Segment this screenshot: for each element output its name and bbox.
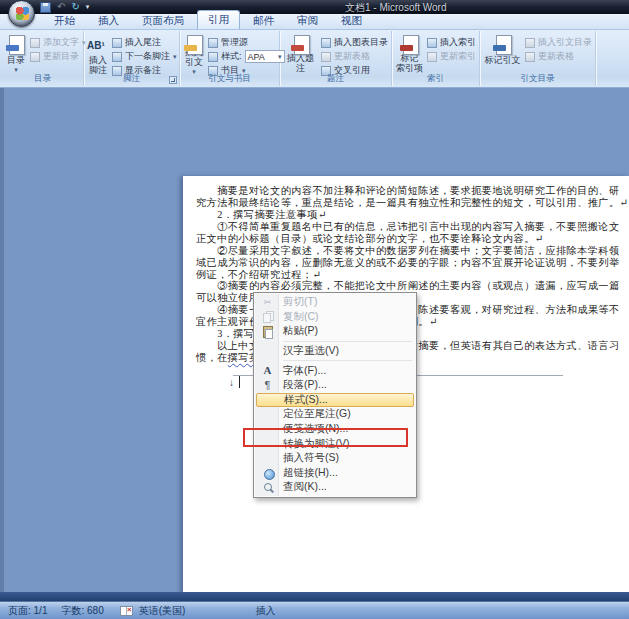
insert-endnote-icon bbox=[112, 38, 122, 48]
tab-home[interactable]: 开始 bbox=[44, 12, 85, 29]
menu-item-paragraph[interactable]: 段落(P)... bbox=[255, 378, 415, 393]
menu-item-label: 定位至尾注(G) bbox=[283, 407, 351, 421]
toc-button-icon bbox=[5, 35, 27, 55]
word-count[interactable]: 字数: 680 bbox=[61, 604, 103, 618]
menu-item-label: 段落(P)... bbox=[283, 378, 327, 392]
menu-item-cut[interactable]: 剪切(T) bbox=[255, 295, 415, 310]
menu-item-hyperlink[interactable]: 超链接(H)... bbox=[255, 466, 415, 481]
menu-item-label: 复制(C) bbox=[283, 310, 319, 324]
font-icon bbox=[259, 364, 276, 376]
ribbon-group-table-of-authorities: 标记引文插入引文目录更新表格引文目录 bbox=[480, 31, 596, 86]
red-annotation-box bbox=[243, 428, 408, 447]
menu-item-label: 查阅(K)... bbox=[283, 480, 327, 494]
menu-item-paste[interactable]: 粘贴(P) bbox=[255, 324, 415, 339]
ribbon-group-footnotes: AB¹插入脚注插入尾注下一条脚注▾显示备注脚注 bbox=[84, 31, 180, 86]
menu-item-go-to-endnote[interactable]: 定位至尾注(G) bbox=[255, 407, 415, 422]
manage-sources-label: 管理源 bbox=[221, 36, 248, 49]
menu-item-copy[interactable]: 复制(C) bbox=[255, 310, 415, 325]
language-indicator[interactable]: 英语(美国) bbox=[139, 604, 186, 618]
update-citation-table-label: 更新表格 bbox=[538, 50, 574, 63]
insert-endnote[interactable]: 插入尾注 bbox=[112, 36, 177, 49]
mark-citation-button-label: 标记引文 bbox=[485, 56, 521, 66]
quick-access-toolbar: ↶ ↻ ▾ bbox=[40, 1, 89, 13]
insert-citation-button[interactable]: 插入引文▾ bbox=[183, 33, 205, 74]
menu-separator bbox=[283, 341, 412, 342]
menu-item-label: 超链接(H)... bbox=[283, 466, 338, 480]
proofing-status-icon[interactable] bbox=[120, 606, 133, 616]
update-table-icon bbox=[321, 52, 331, 62]
menu-item-style[interactable]: 样式(S)... bbox=[256, 393, 414, 408]
redo-icon[interactable]: ↻ bbox=[71, 2, 79, 12]
update-index-label: 更新索引 bbox=[440, 50, 476, 63]
update-toc-icon bbox=[30, 52, 40, 62]
insert-footnote-button[interactable]: AB¹插入脚注 bbox=[87, 33, 109, 74]
undo-icon[interactable]: ↶ bbox=[57, 2, 65, 12]
manage-sources[interactable]: 管理源 bbox=[208, 36, 285, 49]
update-index[interactable]: 更新索引 bbox=[427, 50, 476, 63]
insert-footnote-button-icon: AB¹ bbox=[87, 35, 109, 55]
menu-item-insert-symbol[interactable]: 插入符号(S) bbox=[255, 451, 415, 466]
chevron-down-icon: ▾ bbox=[173, 53, 177, 61]
menu-item-label: 汉字重选(V) bbox=[283, 344, 339, 358]
mark-citation-button[interactable]: 标记引文 bbox=[483, 33, 522, 74]
style-combo-icon bbox=[208, 52, 218, 62]
next-footnote[interactable]: 下一条脚注▾ bbox=[112, 50, 177, 63]
page-indicator[interactable]: 页面: 1/1 bbox=[8, 604, 47, 618]
insert-endnote-label: 插入尾注 bbox=[125, 36, 161, 49]
update-citation-table-icon bbox=[525, 52, 535, 62]
tab-references[interactable]: 引用 bbox=[197, 10, 240, 29]
menu-item-label: 插入符号(S) bbox=[283, 451, 339, 465]
document-line: ②尽量采用文字叙述，不要将文中的数据罗列在摘要中；文字要简洁，应排除本学科领 bbox=[196, 245, 620, 257]
tab-page-layout[interactable]: 页面布局 bbox=[132, 12, 194, 29]
word-window: 文档1 - Microsoft Word ↶ ↻ ▾ 开始插入页面布局引用邮件审… bbox=[0, 0, 629, 619]
insert-index[interactable]: 插入索引 bbox=[427, 36, 476, 49]
insert-table-of-authorities-label: 插入引文目录 bbox=[538, 36, 592, 49]
menu-item-label: 字体(F)... bbox=[283, 364, 326, 378]
document-line: 2．撰写摘要注意事项↵ bbox=[196, 209, 327, 221]
dialog-launcher-icon[interactable] bbox=[169, 76, 177, 84]
update-index-icon bbox=[427, 52, 437, 62]
insert-table-of-figures[interactable]: 插入图表目录 bbox=[321, 36, 388, 49]
update-toc[interactable]: 更新目录 bbox=[30, 50, 86, 63]
group-label-table-of-authorities: 引文目录 bbox=[480, 73, 595, 85]
mark-entry-button-icon bbox=[399, 35, 421, 53]
style-combo[interactable]: 样式:APA▾ bbox=[208, 50, 285, 63]
tab-insert[interactable]: 插入 bbox=[88, 12, 129, 29]
toc-button[interactable]: 目录▾ bbox=[5, 33, 27, 74]
insert-table-of-authorities[interactable]: 插入引文目录 bbox=[525, 36, 592, 49]
next-footnote-icon bbox=[112, 52, 122, 62]
customize-qat-icon[interactable]: ▾ bbox=[86, 3, 90, 11]
style-combo-value[interactable]: APA▾ bbox=[245, 50, 285, 63]
copy-icon bbox=[259, 311, 276, 323]
add-text-label: 添加文字 bbox=[43, 36, 79, 49]
ribbon-references: 目录▾添加文字▾更新目录目录AB¹插入脚注插入尾注下一条脚注▾显示备注脚注插入引… bbox=[0, 30, 629, 88]
menu-item-look-up[interactable]: 查阅(K)... bbox=[255, 480, 415, 495]
paragraph-mark: ↓ bbox=[229, 377, 234, 388]
manage-sources-icon bbox=[208, 38, 218, 48]
document-line: 域已成为常识的内容，应删除无意义的或不必要的字眼；内容不宜展开论证说明，不要列举 bbox=[196, 257, 620, 269]
insert-caption-button[interactable]: 插入题注 bbox=[283, 33, 318, 74]
update-table[interactable]: 更新表格 bbox=[321, 50, 388, 63]
update-citation-table[interactable]: 更新表格 bbox=[525, 50, 592, 63]
group-label-citations-bibliography: 引文与书目 bbox=[180, 73, 279, 85]
office-button[interactable] bbox=[8, 0, 35, 27]
update-toc-label: 更新目录 bbox=[43, 50, 79, 63]
context-menu: 剪切(T)复制(C)粘贴(P)汉字重选(V)字体(F)...段落(P)...样式… bbox=[253, 292, 417, 498]
style-combo-label: 样式: bbox=[221, 50, 242, 63]
chevron-down-icon: ▾ bbox=[14, 67, 18, 72]
tab-mailings[interactable]: 邮件 bbox=[243, 12, 284, 29]
tab-view[interactable]: 视图 bbox=[331, 12, 372, 29]
save-icon[interactable] bbox=[40, 2, 51, 13]
ribbon-group-index: 标记 索引项插入索引更新索引索引 bbox=[392, 31, 480, 86]
insert-caption-button-label: 插入题注 bbox=[283, 54, 318, 74]
insert-caption-button-icon bbox=[290, 35, 312, 53]
menu-item-label: 粘贴(P) bbox=[283, 324, 318, 338]
add-text[interactable]: 添加文字▾ bbox=[30, 36, 86, 49]
insert-mode-indicator[interactable]: 插入 bbox=[255, 604, 275, 618]
menu-item-hanzi-reselect[interactable]: 汉字重选(V) bbox=[255, 344, 415, 359]
status-bar: 页面: 1/1 字数: 680 英语(美国) 插入 bbox=[0, 601, 629, 619]
insert-citation-button-icon bbox=[183, 35, 205, 47]
mark-entry-button[interactable]: 标记 索引项 bbox=[395, 33, 424, 74]
tab-review[interactable]: 审阅 bbox=[287, 12, 328, 29]
menu-item-font[interactable]: 字体(F)... bbox=[255, 363, 415, 378]
